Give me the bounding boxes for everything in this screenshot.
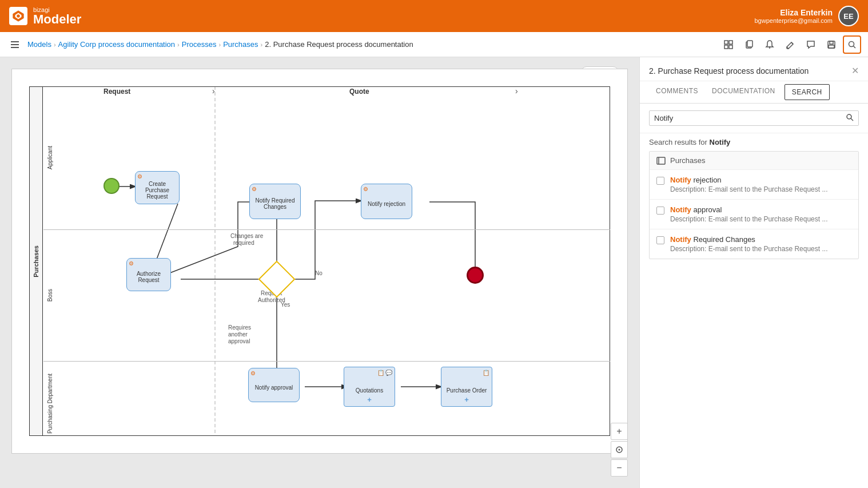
- app-header: bizagi Modeler Eliza Enterkin bgwpenterp…: [0, 0, 868, 32]
- tab-search[interactable]: SEARCH: [785, 84, 830, 100]
- search-result-notify-rejection[interactable]: Notify rejection Description: E-mail sen…: [650, 170, 858, 200]
- lane-applicant-label: Applicant: [43, 86, 56, 229]
- result-desc-3: Description: E-mail sent to the Purchase…: [670, 245, 851, 253]
- search-result-group: Purchases Notify rejection Description: …: [649, 151, 859, 259]
- svg-rect-9: [729, 45, 732, 49]
- task-authorize[interactable]: ⚙ Authorize Request: [126, 258, 171, 291]
- section-request: Request: [103, 88, 130, 96]
- search-group-header: Purchases: [650, 152, 858, 170]
- zoom-in-button[interactable]: +: [611, 423, 628, 440]
- result-content-2: Notify approval Description: E-mail sent…: [670, 205, 851, 223]
- bc-current: 2. Purchase Request process documentatio…: [265, 40, 413, 49]
- result-title-1: Notify rejection: [670, 176, 851, 184]
- panel-close-button[interactable]: ✕: [851, 65, 859, 76]
- main-layout: Current: [0, 57, 868, 488]
- svg-rect-11: [747, 41, 752, 47]
- search-toolbar-icon[interactable]: [843, 35, 861, 54]
- logo-area: bizagi Modeler: [9, 7, 81, 26]
- result-desc-2: Description: E-mail sent to the Purchase…: [670, 215, 851, 223]
- svg-line-21: [853, 46, 855, 48]
- task-quotations[interactable]: 📋 💬 Quotations +: [344, 367, 395, 407]
- svg-rect-7: [729, 41, 732, 44]
- svg-rect-19: [829, 45, 834, 48]
- svg-line-14: [791, 42, 793, 44]
- svg-rect-17: [828, 41, 835, 48]
- task-create-pr[interactable]: ⚙ Create Purchase Request: [135, 171, 180, 204]
- search-submit-icon[interactable]: [846, 113, 854, 123]
- svg-rect-5: [11, 47, 19, 48]
- search-results-label: Search results for Notify: [640, 133, 868, 151]
- bc-agility[interactable]: Agility Corp process documentation: [58, 40, 176, 49]
- result-content-1: Notify rejection Description: E-mail sen…: [670, 176, 851, 193]
- result-checkbox-2[interactable]: [656, 207, 664, 215]
- svg-line-42: [851, 118, 853, 121]
- bpmn-canvas[interactable]: No Yes Changes are required Requires ano…: [11, 69, 628, 454]
- section-quote: Quote: [349, 88, 369, 96]
- panel-tabs: COMMENTS DOCUMENTATION SEARCH: [640, 81, 868, 104]
- user-avatar[interactable]: EE: [838, 6, 859, 26]
- svg-rect-3: [11, 41, 19, 42]
- tab-documentation[interactable]: DOCUMENTATION: [705, 81, 782, 103]
- lane-boss-label: Boss: [43, 229, 56, 361]
- svg-point-40: [619, 449, 620, 451]
- result-content-3: Notify Required Changes Description: E-m…: [670, 235, 851, 253]
- section-arrow: ›: [212, 86, 215, 96]
- panel-title: 2. Purchase Request process documentatio…: [649, 66, 809, 76]
- search-result-notify-approval[interactable]: Notify approval Description: E-mail sent…: [650, 200, 858, 229]
- bc-processes[interactable]: Processes: [182, 40, 217, 49]
- grid-icon[interactable]: [719, 35, 738, 54]
- svg-rect-6: [724, 41, 728, 44]
- svg-rect-43: [657, 157, 665, 164]
- lane-divider-1: [43, 229, 610, 230]
- chat-icon[interactable]: [802, 35, 820, 54]
- search-result-notify-changes[interactable]: Notify Required Changes Description: E-m…: [650, 229, 858, 259]
- app-logo: [9, 7, 27, 25]
- canvas-area: Current: [0, 57, 639, 488]
- end-event: [467, 267, 484, 284]
- copy-icon[interactable]: [740, 35, 758, 54]
- lane-purchasing-label: Purchasing Department: [43, 361, 56, 447]
- bc-models[interactable]: Models: [27, 40, 51, 49]
- result-desc-1: Description: E-mail sent to the Purchase…: [670, 185, 851, 193]
- zoom-out-button[interactable]: −: [611, 459, 628, 477]
- lane-divider-2: [43, 361, 610, 362]
- sidebar-toggle[interactable]: [7, 37, 23, 53]
- result-title-3: Notify Required Changes: [670, 235, 851, 244]
- bpmn-diagram: No Yes Changes are required Requires ano…: [12, 69, 627, 453]
- result-checkbox-3[interactable]: [656, 236, 664, 244]
- svg-point-2: [17, 14, 20, 18]
- breadcrumb: Models › Agility Corp process documentat…: [27, 40, 719, 49]
- save-icon[interactable]: [822, 35, 841, 54]
- panel-header: 2. Purchase Request process documentatio…: [640, 57, 868, 81]
- task-notify-approval[interactable]: ⚙ Notify approval: [248, 368, 300, 402]
- search-box-wrapper: [649, 110, 859, 126]
- toolbar-icons: [719, 35, 861, 54]
- svg-point-20: [849, 41, 854, 46]
- section-arrow-2: ›: [515, 86, 518, 96]
- task-notify-rejection[interactable]: ⚙ Notify rejection: [361, 184, 412, 219]
- task-purchase-order[interactable]: 📋 Purchase Order +: [441, 367, 492, 407]
- user-info: Eliza Enterkin bgwpenterprise@gmail.com: [754, 8, 833, 24]
- start-event[interactable]: [103, 178, 120, 194]
- right-panel: 2. Purchase Request process documentatio…: [639, 57, 868, 488]
- brand-text: bizagi Modeler: [33, 7, 81, 26]
- task-notify-changes[interactable]: ⚙ Notify Required Changes: [249, 184, 301, 219]
- svg-rect-8: [724, 45, 728, 49]
- result-checkbox-1[interactable]: [656, 177, 664, 185]
- bell-icon[interactable]: [761, 35, 779, 54]
- zoom-reset-button[interactable]: [611, 441, 628, 458]
- svg-rect-4: [11, 44, 19, 45]
- svg-point-41: [847, 114, 851, 119]
- pool-border: [29, 86, 610, 436]
- result-title-2: Notify approval: [670, 205, 851, 214]
- zoom-controls: + −: [611, 423, 628, 477]
- edit-icon[interactable]: [781, 35, 799, 54]
- tab-comments[interactable]: COMMENTS: [649, 81, 705, 103]
- breadcrumb-bar: Models › Agility Corp process documentat…: [0, 32, 868, 57]
- svg-rect-18: [830, 41, 833, 44]
- search-box-area: [640, 104, 868, 133]
- bc-purchases[interactable]: Purchases: [223, 40, 258, 49]
- search-input[interactable]: [654, 114, 846, 122]
